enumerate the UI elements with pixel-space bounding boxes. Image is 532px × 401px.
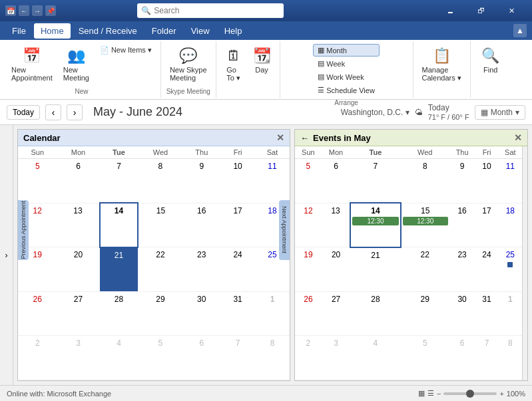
week-view-button[interactable]: ▤ Week (313, 57, 380, 70)
new-items-button[interactable]: 📄 New Items ▾ (95, 44, 156, 57)
cal-cell[interactable]: 10 (220, 159, 255, 203)
cal-cell[interactable]: 30 (182, 291, 220, 336)
menu-help[interactable]: Help (218, 23, 249, 39)
minimize-button[interactable]: 🗕 (436, 0, 465, 21)
menu-folder[interactable]: Folder (145, 23, 183, 39)
ev-cell[interactable]: 13 (322, 203, 351, 247)
view-icon-list[interactable]: ☰ (427, 389, 434, 398)
cal-cell-other-month[interactable]: 7 (220, 336, 255, 380)
menu-file[interactable]: File (5, 23, 33, 39)
cal-cell-other-month[interactable]: 1 (255, 291, 290, 336)
prev-arrow[interactable]: ‹ (45, 104, 61, 120)
work-week-button[interactable]: ▤ Work Week (313, 70, 380, 83)
restore-button[interactable]: 🗗 (467, 0, 496, 21)
day-button[interactable]: 📆 Day (248, 44, 276, 77)
zoom-minus-button[interactable]: − (437, 390, 441, 398)
ev-cell[interactable]: 25 (499, 247, 522, 292)
zoom-plus-button[interactable]: + (499, 390, 503, 398)
ev-cell-other-month[interactable]: 3 (322, 336, 351, 380)
ribbon-toggle[interactable]: ▲ (513, 24, 527, 37)
ev-cell[interactable]: 5 (295, 159, 322, 203)
ev-cell[interactable]: 28 (350, 291, 400, 336)
month-view-button[interactable]: ▦ Month (313, 44, 380, 57)
events-scrollbar[interactable] (522, 146, 527, 380)
cal-cell[interactable]: 9 (182, 159, 220, 203)
ev-cell[interactable]: 19 (295, 247, 322, 292)
next-arrow[interactable]: › (67, 104, 83, 120)
ev-cell-other-month[interactable]: 6 (449, 336, 475, 380)
ev-cell[interactable]: 7 (350, 159, 400, 203)
schedule-view-button[interactable]: ☰ Schedule View (313, 84, 380, 96)
find-button[interactable]: 🔍 Find (477, 44, 504, 77)
ev-cell[interactable]: 8 (401, 159, 449, 203)
next-appointment-tab[interactable]: Next Appointment (279, 200, 290, 260)
cal-cell[interactable]: 28 (100, 291, 138, 336)
ev-cell-other-month[interactable]: 4 (350, 336, 400, 380)
ev-cell[interactable]: 29 (401, 291, 449, 336)
cal-cell[interactable]: 26 (18, 291, 57, 336)
zoom-slider[interactable] (443, 392, 497, 395)
ev-cell[interactable]: 20 (322, 247, 351, 292)
ev-cell[interactable]: 22 (401, 247, 449, 292)
ev-cell[interactable]: 24 (475, 247, 498, 292)
cal-cell[interactable]: 5 (18, 159, 57, 203)
ev-cell[interactable]: 17 (475, 203, 498, 247)
ev-cell[interactable]: 16 (449, 203, 475, 247)
event-badge-1530[interactable]: 12:30 (403, 217, 448, 225)
ev-cell[interactable]: 15 12:30 (401, 203, 449, 247)
ev-cell[interactable]: 6 (322, 159, 351, 203)
cal-cell[interactable]: 20 (57, 247, 100, 292)
search-input[interactable] (154, 6, 280, 15)
cal-cell-other-month[interactable]: 8 (255, 336, 290, 380)
ev-cell[interactable]: 31 (475, 291, 498, 336)
ev-cell[interactable]: 10 (475, 159, 498, 203)
menu-home[interactable]: Home (34, 23, 71, 39)
cal-cell[interactable]: 24 (220, 247, 255, 292)
cal-cell[interactable]: 7 (100, 159, 138, 203)
cal-cell[interactable]: 16 (182, 203, 220, 247)
new-meeting-button[interactable]: 👥 NewMeeting (59, 44, 94, 85)
back-icon[interactable]: ← (19, 5, 29, 16)
ev-cell-other-month[interactable]: 8 (499, 336, 522, 380)
new-skype-meeting-button[interactable]: 💬 New SkypeMeeting (165, 44, 212, 85)
month-dropdown[interactable]: ▦ Month ▾ (475, 105, 525, 120)
ev-cell[interactable]: 9 (449, 159, 475, 203)
cal-cell[interactable]: 13 (57, 203, 100, 247)
ev-cell[interactable]: 21 (350, 247, 400, 292)
events-back-icon[interactable]: ← (300, 133, 309, 143)
ev-cell[interactable]: 30 (449, 291, 475, 336)
cal-cell[interactable]: 23 (182, 247, 220, 292)
events-close[interactable]: ✕ (514, 132, 522, 143)
ev-cell[interactable]: 18 (499, 203, 522, 247)
cal-cell-other-month[interactable]: 4 (100, 336, 138, 380)
manage-calendars-button[interactable]: 📋 ManageCalendars ▾ (417, 44, 466, 86)
ev-cell[interactable]: 12 (295, 203, 322, 247)
ev-cell-other-month[interactable]: 7 (475, 336, 498, 380)
cal-cell-other-month[interactable]: 2 (18, 336, 57, 380)
small-cal-close[interactable]: ✕ (276, 132, 284, 143)
view-icon-grid[interactable]: ▦ (418, 389, 425, 398)
ev-cell-other-month[interactable]: 5 (401, 336, 449, 380)
close-button[interactable]: ✕ (497, 0, 527, 21)
sidebar-toggle[interactable]: › (0, 125, 13, 385)
cal-cell[interactable]: 29 (138, 291, 182, 336)
prev-appointment-tab[interactable]: Previous Appointment (18, 200, 29, 260)
menu-send-receive[interactable]: Send / Receive (72, 23, 144, 39)
cal-cell[interactable]: 31 (220, 291, 255, 336)
ev-cell-today[interactable]: 14 12:30 (350, 203, 400, 247)
pin-icon[interactable]: 📌 (45, 5, 56, 16)
cal-cell-today[interactable]: 14 (100, 203, 138, 247)
cal-cell-other-month[interactable]: 5 (138, 336, 182, 380)
menu-view[interactable]: View (184, 23, 216, 39)
cal-cell[interactable]: 15 (138, 203, 182, 247)
cal-cell[interactable]: 11 (255, 159, 290, 203)
ev-cell[interactable]: 11 (499, 159, 522, 203)
cal-cell[interactable]: 8 (138, 159, 182, 203)
new-appointment-button[interactable]: 📅 NewAppointment (7, 44, 57, 85)
goto-button[interactable]: 🗓 GoTo ▾ (220, 44, 247, 86)
ev-cell[interactable]: 23 (449, 247, 475, 292)
ev-cell-other-month[interactable]: 1 (499, 291, 522, 336)
event-badge-1430[interactable]: 12:30 (352, 217, 398, 225)
cal-cell[interactable]: 17 (220, 203, 255, 247)
today-button[interactable]: Today (7, 105, 40, 120)
